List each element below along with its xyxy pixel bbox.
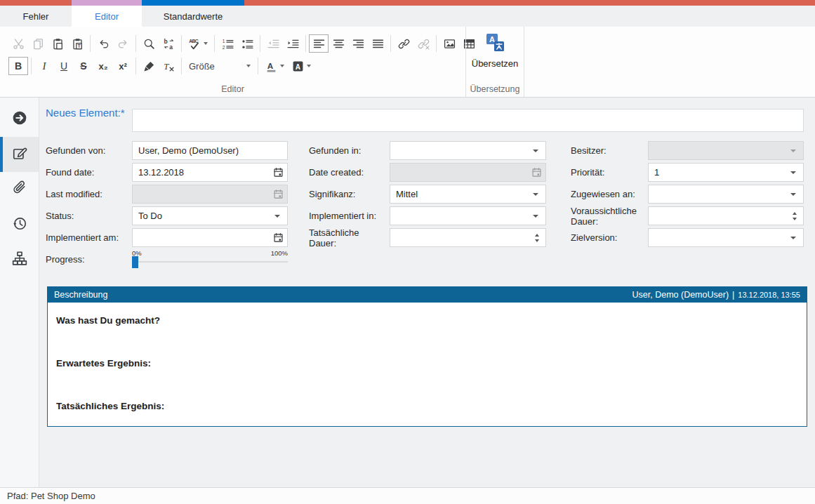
format-painter-icon [143,60,155,72]
spinner-up-icon[interactable] [793,212,797,215]
redo-icon [113,34,133,53]
spellcheck-icon[interactable]: ABC [185,34,211,53]
italic-icon[interactable]: I [34,57,54,75]
sidebar-item-history[interactable] [0,207,39,242]
spinner-buttons[interactable] [793,212,797,220]
implemented-in-field[interactable] [390,206,546,225]
dropdown-arrow-icon[interactable] [274,215,280,218]
sidebar-items [0,98,39,277]
align-right-icon[interactable] [348,34,368,53]
link-icon[interactable] [394,34,413,53]
format-painter-icon[interactable] [139,57,159,75]
found-in-label: Gefunden in: [309,141,385,160]
description-title: Beschreibung [54,290,632,300]
app-window: FehlerEditorStandardwerte TbaABC12 BIUSx… [0,0,815,504]
paste-text-icon[interactable]: T [67,34,87,53]
dropdown-arrow-icon[interactable] [533,150,538,152]
image-icon[interactable] [439,34,459,53]
justify-icon[interactable] [368,34,387,53]
translate-button-label: Übersetzen [472,58,518,69]
spinner-down-icon[interactable] [793,218,797,220]
align-center-icon [333,38,345,50]
svg-text:b: b [164,38,167,45]
ribbon-group-editor: TbaABC12 BIUSx₂x²TGrößeAA Editor [0,27,465,97]
fill-color-icon[interactable]: A [288,57,314,75]
found-by-field[interactable]: User, Demo (DemoUser) [132,141,288,160]
found-date-value: 13.12.2018 [133,167,269,178]
svg-text:2: 2 [222,44,225,49]
dropdown-arrow-icon[interactable] [790,171,796,174]
dropdown-arrow-icon[interactable] [533,193,538,196]
target-version-field[interactable] [648,228,804,247]
edit-icon [12,145,27,164]
tab-fehler[interactable]: Fehler [0,6,72,27]
ribbon-group-label-translate: Übersetzung [466,84,524,94]
search-icon[interactable] [139,34,159,53]
sidebar-item-edit[interactable] [0,137,39,172]
svg-text:A: A [267,61,273,70]
tab-standardwerte[interactable]: Standardwerte [142,6,244,27]
svg-text:A: A [295,62,300,70]
align-center-icon[interactable] [329,34,348,53]
found-in-field[interactable] [390,141,546,160]
sidebar-item-attachments[interactable] [0,172,39,207]
description-editor[interactable]: Was hast Du gemacht?Erwartetes Ergebnis:… [48,303,807,426]
toolbar-separator [260,35,260,52]
implemented-on-field[interactable] [132,228,288,247]
sidebar-item-hierarchy[interactable] [0,242,39,277]
calendar-icon[interactable] [269,232,287,243]
status-field[interactable]: To Do [132,206,288,225]
significance-field[interactable]: Mittel [390,185,546,204]
estimated-duration-field[interactable] [648,206,804,225]
align-left-icon [313,38,325,50]
assigned-to-field[interactable] [648,185,804,204]
subscript-icon[interactable]: x₂ [93,57,113,75]
numbered-list-icon[interactable]: 12 [218,34,237,53]
undo-icon [98,38,110,50]
actual-duration-field[interactable] [390,228,546,247]
indent-icon[interactable] [283,34,303,53]
strikethrough-icon[interactable]: S [74,57,93,75]
toolbar-separator [181,58,182,74]
priority-value: 1 [649,167,790,178]
spinner-up-icon[interactable] [535,234,539,237]
undo-icon[interactable] [93,34,113,53]
slider-handle[interactable] [132,256,138,268]
tab-editor[interactable]: Editor [72,6,142,27]
translate-button[interactable]: A Übersetzen [466,32,524,69]
toolbar-separator [31,58,32,74]
progress-slider[interactable]: 0%100% [132,250,288,269]
paperclip-icon [12,180,27,199]
dropdown-arrow-icon[interactable] [533,215,538,218]
spellcheck-icon: ABC [189,38,201,50]
bold-icon[interactable]: B [8,57,28,75]
bullet-list-icon[interactable] [237,34,257,53]
description-timestamp: 13.12.2018, 13:55 [738,291,800,299]
paste-icon[interactable] [48,34,67,53]
spinner-buttons[interactable] [535,234,539,242]
calendar-icon[interactable] [269,167,287,178]
underline-icon[interactable]: U [54,57,74,75]
dropdown-arrow-icon [790,150,796,152]
spinner-down-icon[interactable] [535,239,539,242]
date-created-label: Date created: [309,163,385,182]
chevron-down-icon [280,65,284,67]
dropdown-arrow-icon[interactable] [790,237,796,239]
dropdown-arrow-icon[interactable] [790,193,796,196]
actual-duration-label: Tatsächliche Dauer: [309,228,385,247]
tab-label: Fehler [23,11,49,22]
clear-format-icon[interactable]: T [159,57,178,75]
new-element-input[interactable] [132,109,804,132]
found-date-field[interactable]: 13.12.2018 [132,163,288,182]
tab-label: Standardwerte [164,11,223,22]
superscript-icon[interactable]: x² [113,57,133,75]
align-left-icon[interactable] [309,34,329,53]
toolbar-separator [135,35,136,52]
replace-icon[interactable]: ba [159,34,178,53]
font-color-icon[interactable]: A [261,57,288,75]
priority-field[interactable]: 1 [648,163,804,182]
size-dropdown[interactable]: Größe [185,58,255,74]
sidebar-item-navigate[interactable] [0,102,39,137]
copy-icon [32,38,44,50]
unlink-icon [418,38,430,50]
